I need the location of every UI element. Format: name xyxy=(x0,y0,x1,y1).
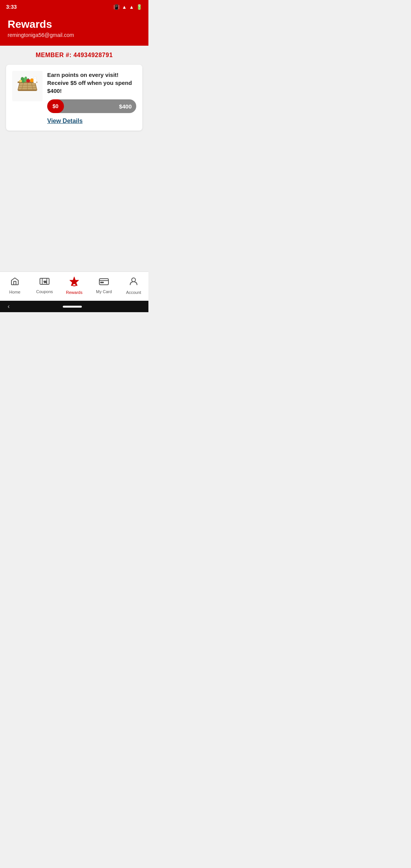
svg-point-24 xyxy=(132,278,135,282)
page-header: Rewards remingtoniga56@gmail.com xyxy=(0,14,148,46)
svg-rect-15 xyxy=(34,77,36,78)
battery-icon: 🔋 xyxy=(136,4,142,10)
status-icons: 📳 ▲ ▲ 🔋 xyxy=(113,4,142,10)
nav-item-coupons[interactable]: % Coupons xyxy=(30,276,59,295)
progress-end-label: $400 xyxy=(119,103,132,110)
svg-point-12 xyxy=(30,78,34,82)
nav-item-account[interactable]: Account xyxy=(119,275,148,296)
progress-bar-container: $0 $400 xyxy=(47,99,136,113)
back-arrow[interactable]: ‹ xyxy=(8,303,10,310)
nav-item-rewards[interactable]: Rewards xyxy=(59,275,89,296)
user-email: remingtoniga56@gmail.com xyxy=(8,32,141,38)
nav-label-rewards: Rewards xyxy=(66,290,82,295)
view-details-link[interactable]: View Details xyxy=(47,118,83,124)
rewards-image xyxy=(12,71,43,101)
nav-label-coupons: Coupons xyxy=(36,289,53,294)
wifi-icon: ▲ xyxy=(122,4,127,10)
svg-rect-7 xyxy=(18,89,37,91)
member-number: MEMBER #: 44934928791 xyxy=(6,52,142,59)
svg-point-11 xyxy=(27,78,29,80)
signal-icon: ▲ xyxy=(129,4,134,10)
vibrate-icon: 📳 xyxy=(113,4,119,10)
nav-item-home[interactable]: Home xyxy=(0,275,30,296)
mycard-icon xyxy=(99,277,109,288)
rewards-info: Earn points on every visit! Receive $5 o… xyxy=(47,71,136,124)
home-gesture-pill[interactable] xyxy=(63,306,82,308)
gesture-bar: ‹ xyxy=(0,301,148,312)
bottom-nav: Home % Coupons Rewards xyxy=(0,271,148,301)
progress-start-label: $0 xyxy=(47,99,64,113)
account-icon xyxy=(129,276,139,289)
svg-text:%: % xyxy=(44,280,46,284)
nav-label-home: Home xyxy=(9,290,20,294)
rewards-description: Earn points on every visit! Receive $5 o… xyxy=(47,71,136,95)
coupons-icon: % xyxy=(39,277,50,288)
main-content: MEMBER #: 44934928791 xyxy=(0,46,148,271)
svg-rect-21 xyxy=(99,279,108,285)
status-bar: 3:33 📳 ▲ ▲ 🔋 xyxy=(0,0,148,14)
svg-rect-23 xyxy=(100,282,104,283)
rewards-icon xyxy=(69,276,80,289)
nav-label-account: Account xyxy=(126,290,141,295)
rewards-card: Earn points on every visit! Receive $5 o… xyxy=(6,65,142,131)
svg-marker-20 xyxy=(70,277,79,286)
home-icon xyxy=(10,277,19,288)
nav-label-mycard: My Card xyxy=(96,289,112,294)
nav-item-mycard[interactable]: My Card xyxy=(89,276,119,295)
page-title: Rewards xyxy=(8,18,141,30)
status-time: 3:33 xyxy=(6,4,17,10)
